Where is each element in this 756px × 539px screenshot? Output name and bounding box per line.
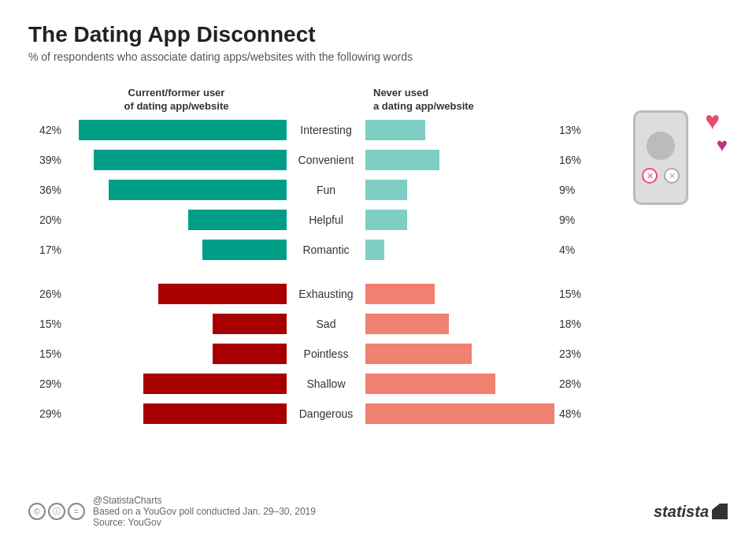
pct-left: 15% <box>28 348 66 360</box>
pct-right: 4% <box>554 243 589 256</box>
phone-graphic: ✕ ✕ <box>633 110 688 205</box>
pct-left: 20% <box>28 214 66 226</box>
pct-left: 15% <box>28 318 66 330</box>
bar-left-container <box>66 150 287 170</box>
bar-left-container <box>66 314 287 334</box>
bar-left <box>143 403 287 424</box>
chart-row: 29% Dangerous 48% <box>28 402 728 426</box>
chart-row: 29% Shallow 28% <box>28 372 728 396</box>
header-never-user: Never useda dating app/website <box>365 87 554 113</box>
source-line1: Based on a YouGov poll conducted Jan. 29… <box>93 506 316 517</box>
pct-right: 16% <box>554 154 589 166</box>
footer-source: @StatistaCharts Based on a YouGov poll c… <box>93 495 316 528</box>
bar-left <box>143 374 287 394</box>
bar-right <box>365 150 439 170</box>
pct-left: 17% <box>28 243 66 256</box>
statista-logo: statista <box>654 503 728 521</box>
bar-left-container <box>66 344 287 364</box>
word-label: Fun <box>287 184 365 196</box>
cc-icon: © <box>28 503 46 520</box>
pct-right: 13% <box>554 124 589 136</box>
bar-right-container <box>365 150 554 170</box>
chart-row: 15% Pointless 23% <box>28 342 728 366</box>
pct-right: 28% <box>554 377 589 390</box>
chart-row: 17% Romantic 4% <box>28 238 728 262</box>
pct-right: 18% <box>554 318 589 330</box>
bar-right-container <box>365 314 554 334</box>
chart-row: 26% Exhausting 15% <box>28 282 728 306</box>
bar-left <box>158 284 287 304</box>
footer-left: © ⓘ = @StatistaCharts Based on a YouGov … <box>28 495 316 528</box>
pct-right: 9% <box>554 214 589 226</box>
bar-right <box>365 180 407 200</box>
word-label: Interesting <box>287 124 365 136</box>
heart-icon-2: ♥ <box>717 134 728 156</box>
word-label: Exhausting <box>287 288 365 300</box>
bar-left-container <box>66 403 287 424</box>
bar-left <box>202 240 287 260</box>
pct-right: 23% <box>554 348 589 360</box>
source-line2: Source: YouGov <box>93 517 316 528</box>
illustration: ♥ ♥ ✕ ✕ <box>617 102 728 229</box>
avatar <box>647 132 675 160</box>
bar-right-container <box>365 374 554 394</box>
word-label: Pointless <box>287 348 365 360</box>
bar-right <box>365 403 554 424</box>
word-label: Convenient <box>287 154 365 166</box>
equals-icon: = <box>68 503 85 520</box>
bar-right-container <box>365 344 554 364</box>
bar-right <box>365 314 449 334</box>
cc-icons: © ⓘ = <box>28 503 85 520</box>
chart-title: The Dating App Disconnect <box>28 22 728 47</box>
bar-left-container <box>66 284 287 304</box>
bar-left <box>94 150 287 170</box>
pct-left: 36% <box>28 184 66 196</box>
bar-right <box>365 240 384 260</box>
negative-rows: 26% Exhausting 15% 15% Sad 18% <box>28 282 728 432</box>
pct-left: 39% <box>28 154 66 166</box>
pct-right: 9% <box>554 184 589 196</box>
word-label: Sad <box>287 318 365 330</box>
pct-left: 29% <box>28 377 66 390</box>
bar-left-container <box>66 120 287 140</box>
word-label: Romantic <box>287 243 365 256</box>
bar-left <box>213 344 287 364</box>
bar-left-container <box>66 374 287 394</box>
bar-left-container <box>66 210 287 230</box>
bar-right-container <box>365 403 554 424</box>
chart-row: 15% Sad 18% <box>28 312 728 336</box>
pct-left: 26% <box>28 288 66 300</box>
pct-left: 42% <box>28 124 66 136</box>
bar-left-container <box>66 240 287 260</box>
bar-right <box>365 344 472 364</box>
chart-subtitle: % of respondents who associate dating ap… <box>28 50 728 63</box>
word-label: Helpful <box>287 214 365 226</box>
phone-buttons: ✕ ✕ <box>642 168 680 184</box>
handle-label: @StatistaCharts <box>93 495 316 506</box>
dislike-icon: ✕ <box>642 168 658 184</box>
word-label: Dangerous <box>287 407 365 420</box>
svg-marker-0 <box>712 504 728 519</box>
pct-right: 48% <box>554 407 589 420</box>
statista-brand: statista <box>654 503 709 521</box>
bar-right-container <box>365 180 554 200</box>
bar-right-container <box>365 120 554 140</box>
info-icon: ⓘ <box>48 503 65 520</box>
heart-icon-1: ♥ <box>705 106 720 136</box>
word-label: Shallow <box>287 377 365 390</box>
like-icon: ✕ <box>664 168 680 184</box>
statista-icon <box>712 504 728 519</box>
infographic: The Dating App Disconnect % of responden… <box>0 0 756 539</box>
bar-right <box>365 284 435 304</box>
footer: © ⓘ = @StatistaCharts Based on a YouGov … <box>28 495 728 528</box>
pct-left: 29% <box>28 407 66 420</box>
bar-right-container <box>365 284 554 304</box>
bar-right <box>365 374 495 394</box>
bar-right <box>365 210 407 230</box>
pct-right: 15% <box>554 288 589 300</box>
bar-left <box>213 314 287 334</box>
bar-left <box>79 120 287 140</box>
bar-right-container <box>365 210 554 230</box>
bar-left <box>188 210 287 230</box>
bar-right-container <box>365 240 554 260</box>
